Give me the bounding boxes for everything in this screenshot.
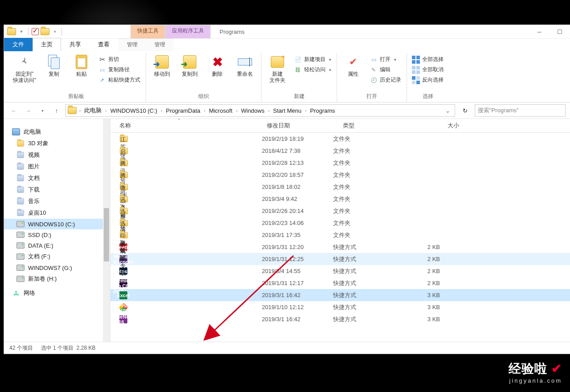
tab-file[interactable]: 文件	[4, 38, 33, 51]
file-row[interactable]: Excel2019/3/1 16:42快捷方式3 KB	[110, 289, 570, 301]
file-row[interactable]: 启动2018/4/12 7:38文件夹	[110, 145, 570, 157]
search-input[interactable]: 搜索"Programs"	[475, 104, 566, 117]
crumb-programs[interactable]: Programs	[307, 106, 338, 115]
copy-button[interactable]: 复制	[41, 53, 66, 79]
tab-view[interactable]: 查看	[90, 38, 118, 51]
status-selected: 选中 1 个项目 2.28 KB	[41, 344, 96, 352]
folder-icon	[7, 27, 16, 37]
invert-selection-button[interactable]: 反向选择	[411, 75, 445, 85]
history-button[interactable]: 🕘历史记录	[368, 75, 403, 85]
file-row[interactable]: Adobe Media Encoder CC 20192019/1/31 12:…	[110, 253, 570, 265]
nav-item-12[interactable]: 新加卷 (H:)	[4, 273, 110, 285]
file-row[interactable]: 腾讯游戏2019/2/20 18:57文件夹	[110, 169, 570, 181]
window-title: Programs	[220, 29, 244, 35]
ribbon-group-new: 新建 文件夹 📄新建项目▾ ⛓轻松访问▾ 新建	[261, 53, 337, 102]
nav-item-4[interactable]: 下载	[4, 184, 110, 196]
nav-item-5[interactable]: 音乐	[4, 196, 110, 207]
qat-customize-icon[interactable]: ▾	[50, 27, 60, 37]
copy-path-button[interactable]: ▭复制路径	[97, 65, 142, 74]
file-row[interactable]: Google Chrome2019/1/10 12:12快捷方式3 KB	[110, 301, 570, 313]
maximize-button[interactable]: ☐	[550, 25, 570, 38]
tab-manage-shortcut[interactable]: 管理	[118, 38, 146, 51]
crumb-this-pc[interactable]: 此电脑	[81, 106, 104, 115]
paste-shortcut-button[interactable]: ↗粘贴快捷方式	[97, 75, 142, 85]
crumb-windows[interactable]: Windows	[238, 106, 267, 115]
breadcrumb[interactable]: › 此电脑› WINDOWS10 (C:)› ProgramData› Micr…	[65, 104, 455, 117]
column-size[interactable]: 大小	[415, 122, 464, 130]
new-folder-button[interactable]: 新建 文件夹	[265, 53, 290, 85]
new-folder-qat-icon[interactable]	[40, 27, 50, 37]
file-row[interactable]: 腾讯软件2019/2/28 12:13文件夹	[110, 157, 570, 169]
nav-item-1[interactable]: 视频	[4, 149, 110, 161]
column-type[interactable]: 类型	[338, 122, 415, 130]
ribbon: 固定到" 快速访问" 复制 粘贴 ✂剪切 ▭复制路径 ↗粘贴快捷方式 剪贴板	[4, 51, 570, 102]
nav-item-11[interactable]: WINDOWS7 (G:)	[4, 262, 110, 273]
minimize-button[interactable]: ─	[529, 25, 550, 38]
column-name[interactable]: 名称	[110, 122, 262, 130]
nav-item-6[interactable]: 桌面10	[4, 207, 110, 219]
edit-button[interactable]: ✎编辑	[368, 65, 403, 74]
pin-to-quickaccess-button[interactable]: 固定到" 快速访问"	[10, 53, 39, 85]
ribbon-group-select: 全部选择 全部取消 反向选择 选择	[407, 53, 449, 102]
nav-item-8[interactable]: SSD (D:)	[4, 229, 110, 240]
contextual-tab-app-tools[interactable]: 应用程序工具	[165, 25, 211, 38]
file-row[interactable]: 迅雷软件2019/2/26 20:14文件夹	[110, 205, 570, 217]
file-row[interactable]: 讯飞输入法 测试版2019/3/4 9:42文件夹	[110, 193, 570, 205]
delete-button[interactable]: ✖删除	[205, 53, 230, 79]
properties-button[interactable]: ✔属性	[341, 53, 366, 79]
file-row[interactable]: 江苏移动2019/2/19 18:19文件夹	[110, 133, 570, 145]
crumb-programdata[interactable]: ProgramData	[163, 106, 203, 115]
nav-back-button[interactable]: ←	[8, 105, 19, 116]
nav-recent-dropdown[interactable]: ▾	[37, 105, 48, 116]
nav-up-button[interactable]: ↑	[51, 105, 62, 116]
nav-item-0[interactable]: 3D 对象	[4, 138, 110, 149]
select-all-button[interactable]: 全部选择	[411, 55, 445, 64]
nav-item-3[interactable]: 文档	[4, 172, 110, 184]
refresh-button[interactable]: ↻	[459, 104, 471, 117]
paste-button[interactable]: 粘贴	[69, 53, 94, 79]
watermark: 经验啦 ✔ jingyanla.com	[509, 360, 562, 384]
address-bar: ← → ▾ ↑ › 此电脑› WINDOWS10 (C:)› ProgramDa…	[4, 102, 570, 119]
column-date[interactable]: 修改日期	[262, 122, 338, 130]
nav-item-7[interactable]: WINDOWS10 (C:)	[4, 219, 110, 229]
nav-item-9[interactable]: DATA (E:)	[4, 240, 110, 251]
titlebar: ▼ ▾ 快捷工具 应用程序工具 Programs ─ ☐	[4, 25, 570, 39]
file-row[interactable]: OneNote 20162019/3/1 16:42快捷方式3 KB	[110, 313, 570, 325]
quick-access-toolbar: ▼ ▾	[7, 27, 64, 37]
nav-forward-button[interactable]: →	[23, 105, 33, 116]
easy-access-button[interactable]: ⛓轻松访问▾	[293, 65, 333, 74]
address-dropdown-icon[interactable]: ⌄	[443, 107, 453, 114]
move-to-button[interactable]: ➜移动到	[150, 53, 175, 79]
properties-icon[interactable]	[30, 27, 40, 37]
tab-manage-app[interactable]: 管理	[146, 38, 174, 51]
explorer-window: ▼ ▾ 快捷工具 应用程序工具 Programs ─ ☐ 文件 主页 共享 查看…	[4, 24, 570, 354]
nav-network[interactable]: 🖧网络	[4, 287, 110, 299]
nav-scrollbar[interactable]	[103, 119, 110, 342]
crumb-startmenu[interactable]: Start Menu	[270, 106, 304, 115]
rename-button[interactable]: 重命名	[232, 53, 257, 79]
nav-this-pc[interactable]: 此电脑	[4, 126, 110, 138]
crumb-c[interactable]: WINDOWS10 (C:)	[108, 106, 160, 115]
file-row[interactable]: Adobe Photoshop CC 20172019/3/4 14:55快捷方…	[110, 265, 570, 277]
tab-share[interactable]: 共享	[61, 38, 90, 51]
copy-to-button[interactable]: ➜复制到	[177, 53, 202, 79]
breadcrumb-root-icon	[68, 107, 77, 114]
new-item-button[interactable]: 📄新建项目▾	[293, 55, 333, 64]
nav-item-2[interactable]: 图片	[4, 161, 110, 172]
cut-button[interactable]: ✂剪切	[97, 55, 142, 64]
ribbon-group-open: ✔属性 ▭打开▾ ✎编辑 🕘历史记录 打开	[337, 53, 407, 102]
contextual-tab-shortcut-tools[interactable]: 快捷工具	[130, 25, 165, 38]
open-button[interactable]: ▭打开▾	[368, 55, 403, 64]
column-headers: ⌃ 名称 修改日期 类型 大小	[110, 119, 570, 133]
tab-home[interactable]: 主页	[33, 38, 61, 51]
file-row[interactable]: 印象笔记2019/3/1 17:35文件夹	[110, 229, 570, 241]
file-row[interactable]: Adobe Creative Cloud2019/1/31 12:20快捷方式2…	[110, 241, 570, 253]
nav-item-10[interactable]: 文档 (F:)	[4, 251, 110, 262]
crumb-microsoft[interactable]: Microsoft	[206, 106, 235, 115]
file-row[interactable]: Adobe Premiere Pro CC 20192019/1/31 12:1…	[110, 277, 570, 289]
select-none-button[interactable]: 全部取消	[411, 65, 445, 74]
file-row[interactable]: 微PE工具箱2019/1/8 18:02文件夹	[110, 181, 570, 193]
file-row[interactable]: 迅游_游戏圈专版2019/2/23 14:06文件夹	[110, 217, 570, 229]
qat-dropdown-icon[interactable]: ▼	[16, 27, 26, 37]
ribbon-tabs: 文件 主页 共享 查看 管理 管理	[4, 39, 570, 51]
